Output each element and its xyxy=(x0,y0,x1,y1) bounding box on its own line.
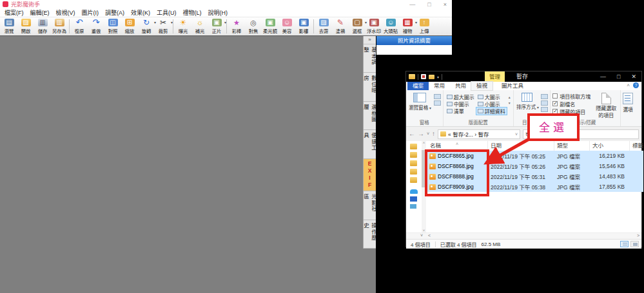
side-tab[interactable]: 光影社區 xyxy=(364,191,376,220)
ribbon-tab[interactable]: 共用 xyxy=(450,82,471,90)
nav-tree-icon[interactable] xyxy=(410,204,416,209)
ribbon-tab[interactable]: 檢視 xyxy=(471,82,493,90)
menu-item[interactable]: 檢視(V) xyxy=(53,8,79,17)
toolbar-fill-light-button[interactable]: ☼ 補光 xyxy=(191,18,208,35)
sort-by-button[interactable]: 排序方式 xyxy=(516,93,540,110)
toolbar-positive-button[interactable]: ▣ 正片 xyxy=(208,18,225,35)
checkbox-row[interactable]: 隱藏的項目 xyxy=(552,108,590,115)
checkbox-row[interactable]: 副檔名 xyxy=(552,100,590,107)
size-columns-icon[interactable] xyxy=(541,107,548,112)
toolbar-color-wand-button[interactable]: ★ 彩棒 xyxy=(228,18,245,35)
menu-item[interactable]: 調整(A) xyxy=(102,8,128,17)
toolbar-beauty-button[interactable]: ☺ 美容 xyxy=(278,18,295,35)
toolbar-doodle-button[interactable]: ✎ 塗鴉 xyxy=(332,18,349,35)
ribbon-tab[interactable]: 檔案 xyxy=(407,82,429,90)
properties-icon[interactable] xyxy=(421,74,426,79)
nav-tree-icon[interactable] xyxy=(410,160,417,166)
ribbon-tab[interactable]: 常用 xyxy=(429,82,450,90)
checkbox-icon[interactable] xyxy=(552,93,558,99)
file-name-cell[interactable]: DSCF8868.jpg xyxy=(427,163,488,169)
menu-item[interactable]: 禮物(L) xyxy=(180,8,205,17)
toolbar-upload-button[interactable]: ↑ 上傳 xyxy=(416,18,433,35)
toolbar-defog-button[interactable]: ▨ 去霧 xyxy=(315,18,332,35)
navigation-pane-button[interactable]: 瀏覽窗格 xyxy=(408,93,432,111)
layout-option[interactable]: 詳細資料 xyxy=(476,108,507,115)
scroll-down-icon[interactable]: ▼ xyxy=(508,101,511,105)
up-icon[interactable]: ↑ xyxy=(432,131,435,137)
column-header[interactable]: 日期 xyxy=(488,141,554,151)
recent-locations-icon[interactable]: ˅ xyxy=(427,131,429,137)
checkbox-row[interactable]: 項目核取方塊 xyxy=(552,93,590,99)
scroll-up-icon[interactable]: ▲ xyxy=(508,95,511,99)
layout-option[interactable]: 大圖示 xyxy=(476,93,507,100)
toolbar-soft-lens-button[interactable]: ▣ 柔光鏡 xyxy=(262,18,278,35)
column-header[interactable]: 類型 xyxy=(554,141,590,151)
breadcrumb[interactable]: « 暫存-2... › 暫存 xyxy=(438,129,520,139)
toolbar-redo-button[interactable]: ↷ 重做 xyxy=(88,18,104,35)
minimize-button[interactable]: — xyxy=(409,1,415,8)
maximize-button[interactable]: □ xyxy=(427,1,431,8)
menu-item[interactable]: 說明(H) xyxy=(205,8,231,17)
side-tab[interactable]: 數位暗房 xyxy=(364,73,376,101)
scroll-down-icon[interactable] xyxy=(420,233,423,238)
address-dropdown-icon[interactable] xyxy=(515,132,518,137)
collapse-ribbon-icon[interactable] xyxy=(627,82,630,88)
checkbox-icon[interactable] xyxy=(552,109,558,114)
horizontal-scrollbar[interactable] xyxy=(406,232,641,239)
file-name-cell[interactable]: DSCF8909.jpg xyxy=(427,184,488,190)
file-name-cell[interactable]: DSCF8888.jpg xyxy=(427,173,488,180)
toolbar-frame-button[interactable]: ▢ 邊框 xyxy=(349,18,366,35)
nav-tree-icon[interactable] xyxy=(410,169,417,175)
scroll-left-icon[interactable] xyxy=(428,233,431,238)
close-button[interactable]: × xyxy=(444,1,447,8)
menu-item[interactable]: 效果(K) xyxy=(128,8,153,17)
toolbar-watermark-button[interactable]: ▣ 浮水印 xyxy=(366,18,382,35)
new-folder-icon[interactable] xyxy=(429,75,434,79)
column-header[interactable]: 名稱 xyxy=(427,141,488,151)
file-row[interactable]: DSCF8888.jpg 2022/11/19 下午 05:31 JPG 檔案 … xyxy=(427,171,643,182)
scrollbar-thumb[interactable] xyxy=(422,150,426,187)
refresh-icon[interactable] xyxy=(523,129,532,139)
side-tab[interactable]: 基本調整 xyxy=(364,44,376,73)
menu-item[interactable]: 圖片(I) xyxy=(79,8,102,17)
toolbar-zoom-button[interactable]: ⊞ 縮放 xyxy=(121,18,138,35)
nav-tree-icon[interactable] xyxy=(410,177,417,183)
nav-scrollbar[interactable] xyxy=(422,141,426,232)
toolbar-sticker-button[interactable]: ☺ 大頭貼 xyxy=(382,18,399,35)
layout-option[interactable]: 清單 xyxy=(445,108,476,115)
expand-panel-icon[interactable] xyxy=(364,36,376,44)
side-tab[interactable]: 便捷工具 xyxy=(364,130,376,158)
add-columns-icon[interactable] xyxy=(541,100,548,106)
menu-item[interactable]: 工具(U) xyxy=(153,8,180,17)
details-view-button[interactable] xyxy=(620,241,629,247)
column-header[interactable]: 標籤 xyxy=(630,141,643,151)
back-icon[interactable]: ← xyxy=(409,131,415,137)
layout-option[interactable]: 小圖示 xyxy=(476,100,507,108)
layout-option[interactable]: 中圖示 xyxy=(445,100,476,108)
minimize-button[interactable]: — xyxy=(600,73,606,80)
group-by-icon[interactable] xyxy=(541,94,548,99)
nav-tree-icon[interactable] xyxy=(410,144,417,149)
file-row[interactable]: DSCF8865.jpg 2022/11/19 下午 05:25 JPG 檔案 … xyxy=(427,151,643,161)
checkbox-icon[interactable] xyxy=(552,101,558,106)
help-icon[interactable] xyxy=(633,82,639,88)
hide-selected-button[interactable]: 隱藏選取的項目 xyxy=(594,93,618,118)
toolbar-save-as-button[interactable]: ▥ 另存為 xyxy=(51,18,68,35)
layout-option[interactable]: 超大圖示 xyxy=(445,93,476,100)
nav-tree-icon[interactable] xyxy=(410,189,418,194)
close-button[interactable]: ✕ xyxy=(631,73,636,80)
column-header[interactable]: 大小 xyxy=(590,141,630,151)
side-tab[interactable]: 邊框圖層 xyxy=(364,102,376,130)
toolbar-gift-button[interactable]: ▦ 禮物 xyxy=(399,18,416,35)
toolbar-open-button[interactable]: ▨ 開啟 xyxy=(17,18,34,35)
toolbar-browse-button[interactable]: ▤ 瀏覽 xyxy=(1,18,17,35)
search-input[interactable] xyxy=(535,129,639,139)
file-row[interactable]: DSCF8909.jpg 2022/11/19 下午 05:38 JPG 檔案 … xyxy=(427,182,643,192)
options-button[interactable]: 選項 xyxy=(623,93,633,113)
menu-item[interactable]: 檔案(F) xyxy=(1,8,27,17)
toolbar-rotate-button[interactable]: ↻ 旋轉 xyxy=(138,18,155,35)
toolbar-studio-button[interactable]: ▣ 影樓 xyxy=(295,18,312,35)
customize-qat-icon[interactable] xyxy=(437,75,439,79)
menu-item[interactable]: 編輯(E) xyxy=(27,8,53,17)
file-row[interactable]: DSCF8868.jpg 2022/11/19 下午 05:26 JPG 檔案 … xyxy=(427,161,643,171)
